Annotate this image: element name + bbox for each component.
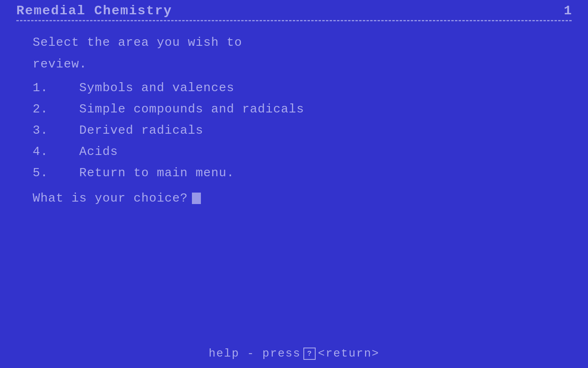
header-divider [16,20,572,21]
menu-item-4[interactable]: 4. Acids [33,145,555,159]
text-cursor[interactable] [192,193,201,204]
footer-help-suffix: <return> [318,347,379,360]
menu-item-1[interactable]: 1. Symbols and valences [33,81,555,95]
menu-label-3: Derived radicals [79,123,203,137]
page-number: 1 [564,3,572,18]
help-icon[interactable]: ? [303,348,316,360]
footer-help-prefix: help - press [209,347,301,360]
prompt-text: What is your choice? [33,191,188,205]
menu-number-5: 5. [33,166,79,180]
prompt-row: What is your choice? [33,191,555,205]
main-content: Select the area you wish to review. 1. S… [0,21,588,205]
menu-item-3[interactable]: 3. Derived radicals [33,123,555,137]
menu-number-1: 1. [33,81,79,95]
subtitle-line1: Select the area you wish to [33,34,555,52]
menu-number-3: 3. [33,123,79,137]
menu-label-2: Simple compounds and radicals [79,102,304,116]
screen: Remedial Chemistry 1 Select the area you… [0,0,588,368]
menu-item-5[interactable]: 5. Return to main menu. [33,166,555,180]
footer: help - press ? <return> [0,339,588,368]
menu-label-5: Return to main menu. [79,166,234,180]
header-row: Remedial Chemistry 1 [0,0,588,18]
menu-number-2: 2. [33,102,79,116]
menu-label-4: Acids [79,145,118,159]
menu-number-4: 4. [33,145,79,159]
app-title: Remedial Chemistry [16,3,172,18]
menu-item-2[interactable]: 2. Simple compounds and radicals [33,102,555,116]
menu-label-1: Symbols and valences [79,81,234,95]
subtitle-line2: review. [33,55,555,74]
